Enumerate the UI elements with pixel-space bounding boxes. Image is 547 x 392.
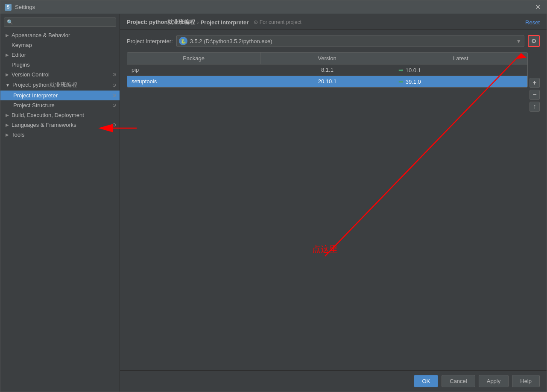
arrow-icon: ▶ — [6, 113, 9, 117]
table-row[interactable]: pip 8.1.1 ➡ 10.0.1 — [127, 64, 527, 76]
arrow-icon: ▶ — [6, 53, 9, 57]
col-version: Version — [260, 53, 394, 64]
update-arrow-icon: ➡ — [398, 67, 404, 73]
sidebar-item-project[interactable]: ▼ Project: python就业班编程 ⊙ — [0, 79, 120, 91]
cancel-button[interactable]: Cancel — [442, 375, 475, 387]
upgrade-package-button[interactable]: ↑ — [529, 102, 540, 112]
cell-latest: ➡ 39.1.0 — [394, 76, 527, 87]
sidebar-item-label: Appearance & Behavior — [12, 32, 70, 38]
table-header: Package Version Latest — [127, 53, 527, 64]
table-row[interactable]: setuptools 20.10.1 ➡ 39.1.0 — [127, 76, 527, 87]
update-arrow-icon: ➡ — [398, 78, 404, 85]
sidebar-item-label: Tools — [12, 132, 24, 138]
sidebar-item-build[interactable]: ▶ Build, Execution, Deployment — [0, 110, 120, 120]
gear-icon: ⚙ — [531, 38, 537, 44]
python-icon: 🐍 — [179, 37, 187, 45]
arrow-icon: ▼ — [6, 83, 10, 88]
side-actions: + − ↑ — [529, 78, 540, 112]
apply-button[interactable]: Apply — [479, 375, 509, 387]
breadcrumb-page: Project Interpreter — [201, 19, 249, 26]
sidebar-item-project-interpreter[interactable]: Project Interpreter ⊙ — [0, 91, 120, 100]
sidebar-item-label: Project: python就业班编程 — [12, 81, 77, 89]
sidebar-item-version-control[interactable]: ▶ Version Control ⊙ — [0, 70, 120, 79]
sidebar-item-label: Languages & Frameworks — [12, 122, 76, 128]
sidebar-item-languages[interactable]: ▶ Languages & Frameworks ⊙ — [0, 120, 120, 130]
breadcrumb-sublabel: ⊙ For current project — [254, 19, 301, 25]
cell-version: 8.1.1 — [260, 64, 394, 76]
right-panel: Project: python就业班编程 › Project Interpret… — [120, 14, 547, 392]
sidebar-item-label: Keymap — [6, 42, 32, 48]
interpreter-select-wrapper[interactable]: 🐍 3.5.2 (D:\python3.5.2\python.exe) ▼ — [176, 35, 524, 47]
arrow-icon: ▶ — [6, 72, 9, 77]
col-package: Package — [127, 53, 260, 64]
bottom-bar: OK Cancel Apply Help — [120, 370, 547, 392]
search-icon: 🔍 — [7, 19, 13, 25]
close-button[interactable]: ✕ — [533, 3, 542, 11]
table-container: Package Version Latest pip 8.1.1 ➡ 10.0.… — [127, 52, 540, 88]
breadcrumb-separator: › — [197, 19, 199, 26]
sidebar: 🔍 ▶ Appearance & Behavior Keymap ▶ Edito… — [0, 14, 120, 392]
title-bar: S Settings ✕ — [0, 0, 547, 14]
search-input[interactable] — [15, 19, 113, 25]
dropdown-arrow-icon[interactable]: ▼ — [513, 35, 524, 47]
interpreter-settings-button[interactable]: ⚙ — [528, 35, 540, 47]
sidebar-item-tools[interactable]: ▶ Tools — [0, 130, 120, 140]
col-latest: Latest — [394, 53, 527, 64]
sidebar-item-appearance[interactable]: ▶ Appearance & Behavior — [0, 30, 120, 40]
cell-version: 20.10.1 — [260, 76, 394, 87]
sidebar-item-label: Editor — [12, 52, 26, 58]
sidebar-item-project-structure[interactable]: Project Structure ⊙ — [0, 100, 120, 110]
ok-button[interactable]: OK — [414, 375, 438, 387]
panel-body: Project Interpreter: 🐍 3.5.2 (D:\python3… — [120, 30, 547, 370]
reset-button[interactable]: Reset — [525, 19, 540, 26]
latest-version: 10.0.1 — [406, 67, 421, 73]
sidebar-item-label: Project Structure — [13, 102, 55, 108]
search-box[interactable]: 🔍 — [4, 18, 116, 27]
page-icon: ⊙ — [112, 93, 116, 98]
sidebar-item-keymap[interactable]: Keymap — [0, 40, 120, 50]
sidebar-item-editor[interactable]: ▶ Editor — [0, 50, 120, 60]
interpreter-value: 3.5.2 (D:\python3.5.2\python.exe) — [187, 38, 513, 44]
arrow-icon: ▶ — [6, 132, 9, 137]
page-icon: ⊙ — [112, 102, 116, 108]
sidebar-item-label: Version Control — [12, 71, 50, 78]
arrow-icon: ▶ — [6, 33, 9, 38]
page-icon: ⊙ — [112, 72, 116, 77]
package-table: Package Version Latest pip 8.1.1 ➡ 10.0.… — [127, 52, 528, 88]
sidebar-item-label: Project Interpreter — [13, 92, 58, 99]
remove-package-button[interactable]: − — [529, 90, 540, 100]
main-content: 🔍 ▶ Appearance & Behavior Keymap ▶ Edito… — [0, 14, 547, 392]
window-title: Settings — [15, 4, 530, 10]
sidebar-item-label: Build, Execution, Deployment — [12, 112, 84, 118]
sidebar-item-plugins[interactable]: Plugins — [0, 60, 120, 70]
help-button[interactable]: Help — [512, 375, 540, 387]
settings-dialog: S Settings ✕ 🔍 ▶ Appearance & Behavior K… — [0, 0, 547, 392]
arrow-icon: ▶ — [6, 123, 9, 127]
annotation-text: 点这里 — [312, 243, 338, 255]
cell-package-name: setuptools — [127, 76, 260, 87]
page-icon: ⊙ — [112, 82, 116, 88]
add-package-button[interactable]: + — [529, 78, 540, 88]
app-icon: S — [5, 4, 12, 11]
cell-latest: ➡ 10.0.1 — [394, 64, 527, 76]
cell-package-name: pip — [127, 64, 260, 76]
breadcrumb-project: Project: python就业班编程 — [127, 18, 195, 26]
interpreter-label: Project Interpreter: — [127, 38, 173, 44]
panel-header: Project: python就业班编程 › Project Interpret… — [120, 14, 547, 30]
interpreter-row: Project Interpreter: 🐍 3.5.2 (D:\python3… — [127, 35, 540, 47]
sidebar-item-label: Plugins — [6, 61, 30, 68]
breadcrumb: Project: python就业班编程 › Project Interpret… — [127, 18, 301, 26]
page-icon: ⊙ — [112, 122, 116, 128]
latest-version: 39.1.0 — [406, 79, 421, 85]
